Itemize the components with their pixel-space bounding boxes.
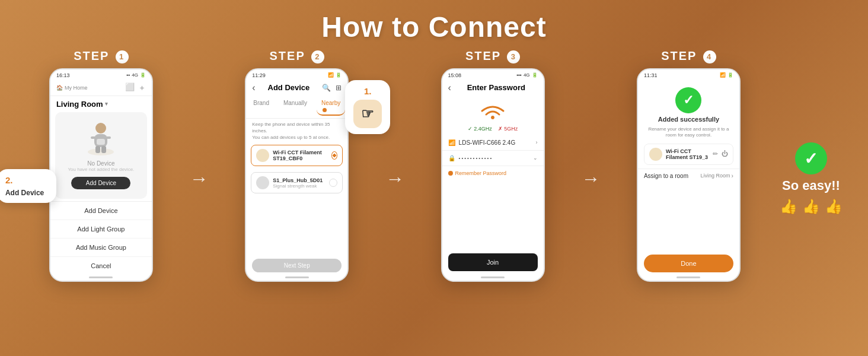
so-easy-text: So easy!! — [782, 178, 840, 193]
svg-rect-5 — [95, 146, 100, 153]
arrow-3: → — [576, 72, 606, 285]
p1-menu-light-group[interactable]: Add Light Group — [50, 220, 152, 239]
step-2-callout: 1. ☞ — [345, 80, 390, 134]
svg-rect-7 — [97, 139, 105, 145]
so-easy-thumbs: 👍 👍 👍 — [780, 198, 843, 215]
nearby-dot — [323, 108, 327, 112]
p2-tab-brand[interactable]: Brand — [248, 98, 274, 116]
p3-wifi-icon — [478, 101, 508, 124]
p2-device-icon-1 — [256, 176, 269, 189]
p3-network-name: LDS-WIFI-C666 2.4G — [459, 139, 532, 146]
thumb-1-icon: 👍 — [780, 198, 797, 215]
p3-time: 15:08 — [448, 72, 462, 78]
p4-success-area: ✓ Added successfully — [638, 80, 739, 125]
p1-edit-icon[interactable]: ⬜ — [125, 82, 135, 93]
p2-device-list: Wi-Fi CCT Filament ST19_CBF0 S1_Plus_Hub… — [246, 142, 347, 255]
p1-add-icon[interactable]: ＋ — [138, 82, 146, 93]
so-easy-check-icon: ✓ — [795, 142, 827, 174]
svg-rect-4 — [105, 136, 111, 139]
p4-edit-icon[interactable]: ✏ — [713, 150, 718, 158]
p3-remember-dot — [448, 171, 453, 176]
p3-remember-row[interactable]: Remember Password — [442, 166, 544, 180]
step-2-block: STEP 2 1. ☞ 11:29 📶 🔋 — [213, 49, 380, 282]
p4-device-row: Wi-Fi CCT Filament ST19_3 ✏ ⏻ — [644, 144, 733, 165]
p4-room-row[interactable]: Assign to a room Living Room › — [638, 169, 739, 183]
p4-room-label: Assign to a room — [644, 173, 701, 179]
callout-1-text: Add Device — [5, 189, 44, 197]
p3-freq-row: ✓ 2.4GHz ✗ 5GHz — [468, 126, 518, 132]
step-2-phone-wrap: 1. ☞ 11:29 📶 🔋 ‹ — [245, 68, 349, 282]
p3-password-dots: •••••••••••• — [459, 155, 529, 161]
step-1-label: STEP 1 — [74, 49, 128, 63]
p1-person-svg — [80, 116, 122, 158]
p2-tab-manually[interactable]: Manually — [279, 98, 312, 116]
p2-tabs: Brand Manually Nearby — [246, 96, 347, 119]
p4-power-icon[interactable]: ⏻ — [722, 150, 728, 158]
p4-device-bulb-icon — [649, 148, 662, 161]
step-3-block: STEP 3 15:08 ▪▪▪ 4G 🔋 ‹ Enter P — [410, 49, 576, 282]
step-2-label: STEP 2 — [270, 49, 324, 63]
step-4-label: STEP 4 — [661, 49, 716, 63]
callout-1-number: 2. — [5, 175, 13, 185]
p2-device-sub-1: Signal strength weak — [273, 183, 323, 189]
step-4-phone: 11:31 📶 🔋 ✓ Added successfully Rename yo… — [637, 68, 741, 282]
p1-home-icon: 🏠 — [56, 85, 63, 91]
p3-lock-icon: 🔒 — [448, 155, 455, 161]
p2-hint: Keep the phone and device within 35 inch… — [246, 119, 347, 142]
p1-status-bar: 16:13 ▪▪ 4G 🔋 — [50, 69, 152, 80]
p2-device-name-1: S1_Plus_Hub_5D01 — [273, 177, 323, 183]
p2-status-bar: 11:29 📶 🔋 — [246, 69, 347, 80]
p1-menu-add-device[interactable]: Add Device — [50, 202, 152, 220]
p2-title: Add Device — [268, 83, 310, 92]
svg-rect-6 — [101, 146, 106, 153]
p4-bottom-bar — [638, 275, 739, 281]
p2-device-item-0[interactable]: Wi-Fi CCT Filament ST19_CBF0 — [251, 145, 343, 166]
p3-status-bar: 15:08 ▪▪▪ 4G 🔋 — [442, 69, 544, 80]
p1-menu-music-group[interactable]: Add Music Group — [50, 239, 152, 257]
p3-freq-24: ✓ 2.4GHz — [468, 126, 492, 132]
callout-2-number: 1. — [364, 86, 372, 96]
p2-device-name-0: Wi-Fi CCT Filament ST19_CBF0 — [273, 150, 328, 161]
p4-added-text: Added successfully — [658, 116, 719, 123]
p2-time: 11:29 — [252, 72, 266, 78]
p2-next-btn[interactable]: Next Step — [252, 259, 342, 272]
step-3-phone: 15:08 ▪▪▪ 4G 🔋 ‹ Enter Password — [441, 68, 545, 282]
p1-home-indicator — [89, 276, 113, 278]
p1-add-device-btn[interactable]: Add Device — [71, 177, 130, 189]
p2-home-indicator — [285, 276, 309, 278]
p2-search-icon[interactable]: 🔍 — [322, 84, 331, 92]
p3-wifi-small-icon: 📶 — [448, 139, 455, 146]
p4-time: 11:31 — [644, 72, 658, 78]
p1-no-device-sub: You have not added the device. — [68, 167, 135, 172]
step-3-label: STEP 3 — [465, 49, 520, 63]
p2-scan-icon[interactable]: ⊞ — [336, 84, 342, 92]
p3-password-row[interactable]: 🔒 •••••••••••• ⌄ — [442, 151, 544, 166]
p4-done-btn[interactable]: Done — [644, 255, 733, 272]
thumb-3-icon: 👍 — [825, 198, 843, 215]
p3-network-row[interactable]: 📶 LDS-WIFI-C666 2.4G › — [442, 135, 544, 151]
p3-remember-text: Remember Password — [455, 170, 507, 176]
p1-header: 🏠 My Home ⬜ ＋ — [50, 80, 152, 96]
step-1-phone-wrap: 2. Add Device 16:13 ▪▪ 4G 🔋 — [49, 68, 153, 282]
p1-menu-cancel[interactable]: Cancel — [50, 257, 152, 275]
p2-back-btn[interactable]: ‹ — [252, 82, 255, 93]
p1-status-right: ▪▪ 4G 🔋 — [127, 72, 146, 78]
svg-rect-3 — [91, 136, 97, 139]
p3-back-btn[interactable]: ‹ — [448, 82, 451, 93]
step-1-callout: 2. Add Device — [0, 169, 56, 203]
p2-nav: ‹ Add Device 🔍 ⊞ — [246, 80, 347, 96]
thumb-2-icon: 👍 — [802, 198, 820, 215]
p1-no-device-title: No Device — [87, 160, 114, 167]
p3-join-btn[interactable]: Join — [448, 253, 538, 271]
p2-radio-0[interactable] — [331, 151, 337, 160]
step-1-phone: 16:13 ▪▪ 4G 🔋 🏠 My Home — [49, 68, 153, 282]
p2-tab-nearby[interactable]: Nearby — [317, 98, 345, 116]
p2-device-item-1[interactable]: S1_Plus_Hub_5D01 Signal strength weak — [251, 172, 343, 193]
p3-home-indicator — [481, 276, 505, 278]
step-4-number: 4 — [703, 50, 716, 63]
steps-row: STEP 1 2. Add Device 16:13 ▪▪ 4G — [0, 49, 868, 285]
page-title: How to Connect — [0, 0, 868, 43]
p2-radio-1[interactable] — [329, 179, 337, 187]
p1-signal: 4G — [132, 72, 138, 78]
svg-point-1 — [95, 123, 106, 134]
